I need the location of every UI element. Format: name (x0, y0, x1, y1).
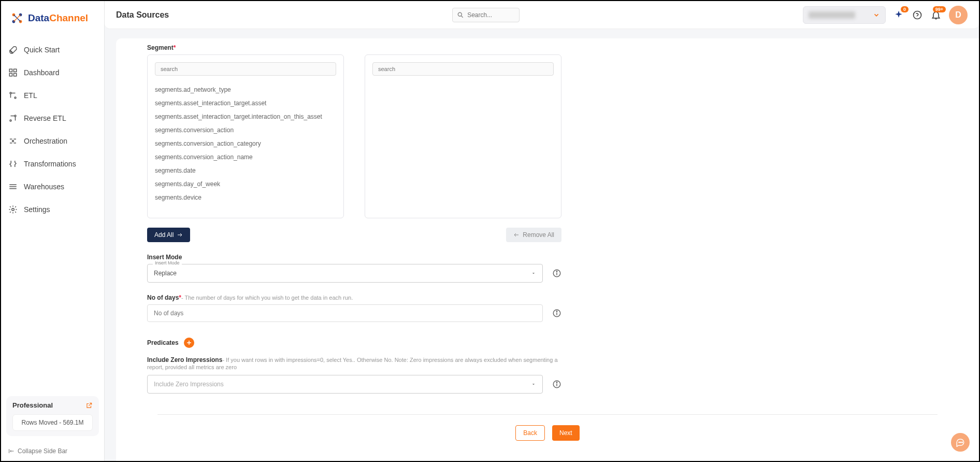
svg-line-20 (462, 16, 463, 17)
segment-selected-list (365, 54, 561, 218)
segment-item[interactable]: segments.conversion_action_category (148, 137, 343, 150)
orchestration-icon (8, 136, 18, 146)
svg-point-11 (15, 97, 16, 99)
include-zero-select[interactable]: Include Zero Impressions (147, 375, 543, 394)
sidebar-item-warehouses[interactable]: Warehouses (1, 175, 104, 198)
remove-all-button[interactable]: Remove All (506, 228, 561, 242)
segment-item[interactable]: segments.asset_interaction_target.intera… (148, 110, 343, 123)
svg-point-33 (959, 442, 960, 443)
sidebar-item-etl[interactable]: ETL (1, 84, 104, 107)
svg-point-29 (556, 311, 557, 312)
help-button[interactable] (912, 9, 923, 21)
reverse-etl-icon (8, 114, 18, 123)
add-all-button[interactable]: Add All (147, 228, 190, 242)
include-zero-label: Include Zero Impressions- If you want ro… (147, 356, 561, 371)
topbar: Data Sources 0 (105, 1, 979, 29)
segment-selected-search[interactable] (372, 62, 554, 76)
external-link-icon[interactable] (85, 402, 93, 409)
no-of-days-input[interactable] (147, 304, 543, 322)
segment-available-list: segments.ad_network_type segments.asset_… (147, 54, 344, 218)
plan-title: Professional (12, 401, 53, 409)
info-icon[interactable] (552, 269, 561, 278)
search-icon (457, 11, 464, 19)
info-icon[interactable] (552, 309, 561, 318)
sidebar-item-label: Quick Start (24, 46, 60, 54)
sidebar-item-label: Warehouses (24, 183, 64, 191)
chat-button[interactable] (951, 433, 970, 452)
segment-item[interactable]: segments.day_of_week (148, 177, 343, 191)
chevron-down-icon (531, 271, 536, 276)
svg-point-10 (10, 92, 11, 94)
svg-point-13 (10, 120, 11, 121)
insert-mode-label: Insert Mode (147, 254, 561, 261)
svg-point-14 (12, 141, 14, 142)
notifications-button[interactable]: 99+ (930, 9, 942, 21)
svg-rect-9 (14, 74, 17, 76)
logo-icon (9, 10, 25, 26)
segment-available-body[interactable]: segments.ad_network_type segments.asset_… (148, 83, 343, 218)
sparkle-badge: 0 (901, 6, 909, 12)
chevron-down-icon (873, 11, 880, 19)
sidebar-item-dashboard[interactable]: Dashboard (1, 61, 104, 84)
segment-selected-body[interactable] (365, 83, 561, 218)
info-icon[interactable] (552, 380, 561, 389)
segment-item[interactable]: segments.date (148, 164, 343, 177)
next-button[interactable]: Next (552, 425, 580, 441)
transformations-icon (8, 159, 18, 169)
gear-icon (8, 205, 18, 214)
svg-point-12 (15, 115, 16, 117)
rocket-icon (8, 45, 18, 54)
plan-box: Professional Rows Moved - 569.1M (6, 396, 99, 436)
sparkle-button[interactable]: 0 (893, 9, 904, 21)
arrow-left-icon (513, 232, 520, 238)
svg-point-18 (12, 208, 15, 211)
svg-point-34 (960, 442, 961, 443)
etl-icon (8, 91, 18, 100)
add-predicate-button[interactable]: ＋ (184, 338, 194, 348)
sidebar-item-label: Dashboard (24, 68, 60, 77)
notifications-badge: 99+ (933, 6, 946, 12)
sidebar-item-label: Transformations (24, 160, 76, 168)
sidebar-item-quick-start[interactable]: Quick Start (1, 38, 104, 61)
global-search-input[interactable] (467, 11, 509, 19)
insert-mode-select[interactable]: Insert Mode Replace (147, 264, 543, 283)
segment-label: Segment* (147, 44, 176, 51)
arrow-right-icon (177, 232, 183, 238)
sidebar-item-transformations[interactable]: Transformations (1, 152, 104, 175)
segment-item[interactable]: segments.conversion_action (148, 123, 343, 137)
workspace-name-redacted (809, 11, 855, 19)
predicates-label: Predicates (147, 339, 179, 346)
segment-item[interactable]: segments.ad_network_type (148, 83, 343, 96)
form-panel: Segment* segments.ad_network_type segmen… (116, 38, 979, 461)
svg-rect-7 (14, 69, 17, 72)
content-scroll[interactable]: Segment* segments.ad_network_type segmen… (105, 29, 979, 461)
segment-item[interactable]: segments.conversion_action_name (148, 150, 343, 164)
svg-rect-6 (9, 69, 12, 72)
sidebar-item-label: Orchestration (24, 137, 67, 145)
svg-point-35 (962, 442, 963, 443)
svg-point-19 (458, 12, 462, 16)
collapse-icon (8, 448, 15, 454)
workspace-selector[interactable] (803, 6, 886, 24)
segment-available-search[interactable] (155, 62, 336, 76)
sidebar-item-label: Reverse ETL (24, 114, 66, 122)
sidebar-item-label: Settings (24, 205, 50, 214)
avatar[interactable]: D (949, 6, 968, 24)
sidebar-item-reverse-etl[interactable]: Reverse ETL (1, 107, 104, 130)
global-search[interactable] (452, 8, 520, 22)
dashboard-icon (8, 68, 18, 77)
back-button[interactable]: Back (515, 425, 545, 441)
svg-point-32 (556, 382, 557, 383)
sidebar-item-label: ETL (24, 91, 37, 100)
segment-item[interactable]: segments.asset_interaction_target.asset (148, 96, 343, 110)
no-of-days-label: No of days*- The number of days for whic… (147, 294, 561, 301)
sidebar-item-settings[interactable]: Settings (1, 198, 104, 221)
logo-text: DataChannel (28, 12, 88, 24)
segment-item[interactable]: segments.device (148, 191, 343, 204)
nav: Quick Start Dashboard ETL Reverse ETL Or… (1, 35, 104, 391)
svg-rect-8 (9, 74, 12, 76)
collapse-sidebar[interactable]: Collapse Side Bar (1, 441, 104, 461)
sidebar-item-orchestration[interactable]: Orchestration (1, 130, 104, 152)
page-title: Data Sources (116, 10, 169, 20)
logo: DataChannel (1, 1, 104, 35)
